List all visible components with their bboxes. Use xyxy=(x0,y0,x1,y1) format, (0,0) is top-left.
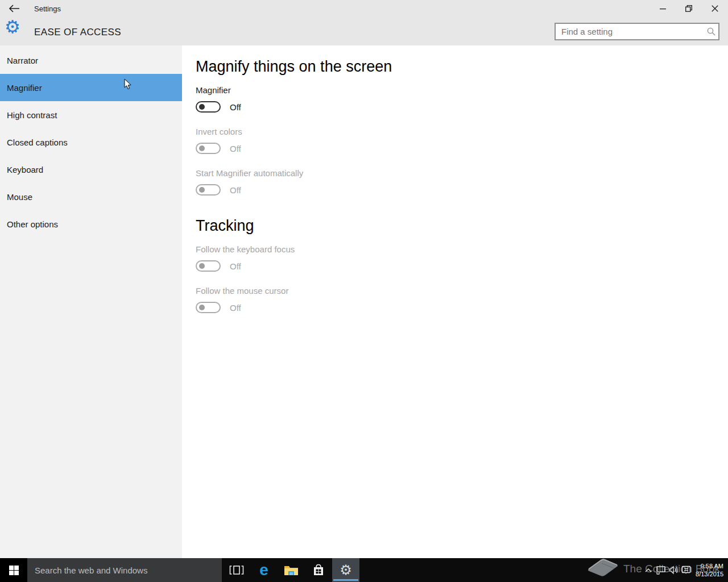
taskbar-search-box[interactable] xyxy=(27,558,222,582)
toggle-state-label: Off xyxy=(230,185,241,195)
taskbar-clock[interactable]: 9:58 AM 8/13/2015 xyxy=(696,562,723,578)
store-button[interactable] xyxy=(305,558,332,582)
system-tray: 9:58 AM 8/13/2015 xyxy=(642,558,728,582)
file-explorer-icon xyxy=(284,564,299,576)
sidebar-item-mouse[interactable]: Mouse xyxy=(0,183,182,210)
active-app-indicator xyxy=(333,579,358,581)
settings-gear-icon: ⚙ xyxy=(5,15,20,40)
sidebar-item-closed-captions[interactable]: Closed captions xyxy=(0,128,182,156)
sidebar-item-magnifier[interactable]: Magnifier xyxy=(0,74,182,101)
toggle-state-label: Off xyxy=(230,303,241,313)
tray-network-icon[interactable] xyxy=(655,558,667,582)
settings-app-button[interactable]: ⚙ xyxy=(332,558,359,582)
search-icon[interactable] xyxy=(704,27,718,36)
toggle-state-label: Off xyxy=(230,102,241,112)
edge-button[interactable]: e xyxy=(250,558,278,582)
close-icon xyxy=(712,5,718,12)
tray-chevron-up-icon[interactable] xyxy=(642,558,655,582)
magnifier-toggle[interactable] xyxy=(196,101,221,113)
edge-icon: e xyxy=(259,562,268,578)
main-content: Magnify things on the screen Magnifier O… xyxy=(182,45,728,558)
restore-button[interactable] xyxy=(676,0,702,17)
clock-time: 9:58 AM xyxy=(696,562,723,570)
app-body: Narrator Magnifier High contrast Closed … xyxy=(0,45,728,558)
setting-start-magnifier-automatically: Start Magnifier automatically Off xyxy=(196,168,728,196)
clock-date: 8/13/2015 xyxy=(696,570,723,578)
taskbar-search-input[interactable] xyxy=(27,566,222,575)
taskbar: e ⚙ xyxy=(0,558,728,582)
section-heading-magnify: Magnify things on the screen xyxy=(196,57,728,76)
header: ⚙ EASE OF ACCESS xyxy=(0,17,728,45)
file-explorer-button[interactable] xyxy=(278,558,305,582)
windows-logo-icon xyxy=(9,566,19,575)
invert-colors-toggle xyxy=(196,143,221,154)
setting-follow-keyboard-focus: Follow the keyboard focus Off xyxy=(196,244,728,272)
titlebar: Settings xyxy=(0,0,728,17)
settings-search-input[interactable] xyxy=(556,27,704,36)
window-title: Settings xyxy=(34,5,61,13)
caption-buttons xyxy=(650,0,728,17)
settings-search-box[interactable] xyxy=(555,23,719,40)
section-heading-tracking: Tracking xyxy=(196,217,728,235)
setting-follow-mouse-cursor: Follow the mouse cursor Off xyxy=(196,286,728,313)
setting-invert-colors: Invert colors Off xyxy=(196,127,728,154)
setting-label: Follow the keyboard focus xyxy=(196,244,728,254)
sidebar-item-narrator[interactable]: Narrator xyxy=(0,47,182,74)
window-chrome: Settings xyxy=(0,0,728,45)
start-magnifier-automatically-toggle xyxy=(196,184,221,196)
settings-window: Settings xyxy=(0,0,728,582)
follow-mouse-cursor-toggle xyxy=(196,302,221,313)
toggle-state-label: Off xyxy=(230,144,241,153)
back-button[interactable] xyxy=(6,1,23,16)
tray-volume-icon[interactable] xyxy=(667,558,680,582)
sidebar-item-high-contrast[interactable]: High contrast xyxy=(0,101,182,128)
back-arrow-icon xyxy=(9,5,20,13)
page-title: EASE OF ACCESS xyxy=(34,27,121,38)
start-button[interactable] xyxy=(0,558,27,582)
settings-gear-taskbar-icon: ⚙ xyxy=(340,562,352,578)
setting-magnifier: Magnifier Off xyxy=(196,85,728,113)
sidebar-nav: Narrator Magnifier High contrast Closed … xyxy=(0,45,182,558)
setting-label: Magnifier xyxy=(196,85,728,95)
restore-icon xyxy=(685,5,692,12)
taskbar-app-buttons: e ⚙ xyxy=(223,558,359,582)
tray-action-center-icon[interactable] xyxy=(680,558,692,582)
minimize-button[interactable] xyxy=(650,0,676,17)
toggle-state-label: Off xyxy=(230,261,241,271)
setting-label: Follow the mouse cursor xyxy=(196,286,728,296)
store-icon xyxy=(312,564,325,576)
setting-label: Invert colors xyxy=(196,127,728,136)
sidebar-item-keyboard[interactable]: Keyboard xyxy=(0,156,182,183)
close-button[interactable] xyxy=(702,0,728,17)
task-view-icon xyxy=(229,565,244,575)
task-view-button[interactable] xyxy=(223,558,250,582)
setting-label: Start Magnifier automatically xyxy=(196,168,728,178)
minimize-icon xyxy=(660,6,666,12)
sidebar-item-other-options[interactable]: Other options xyxy=(0,210,182,238)
follow-keyboard-focus-toggle xyxy=(196,260,221,272)
watermark-book-icon xyxy=(585,557,620,580)
